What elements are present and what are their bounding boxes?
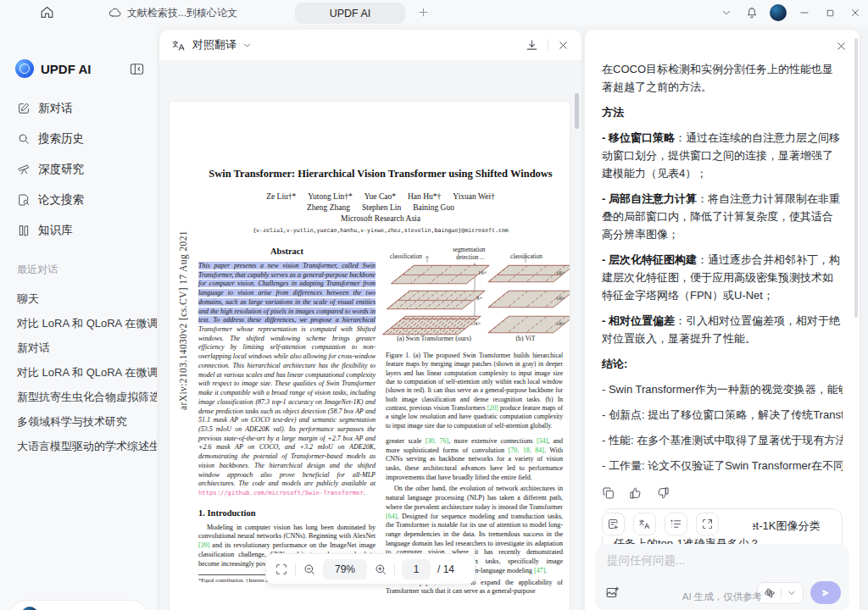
ai-quick-tools bbox=[602, 513, 753, 535]
figure-1: classification segmentation detection ..… bbox=[383, 247, 565, 347]
sidebar-item-paper-search[interactable]: 论文搜索 bbox=[0, 185, 157, 215]
abstract-text: This paper presents a new vision Transfo… bbox=[198, 262, 376, 498]
menu-label: 搜索历史 bbox=[38, 131, 84, 147]
paper-title: Swin Transformer: Hierarchical Vision Tr… bbox=[198, 168, 563, 180]
recent-chat-item[interactable]: 对比 LoRA 和 QLoRA 在微调 Ll... bbox=[0, 360, 157, 385]
new-tab-button[interactable] bbox=[417, 6, 430, 19]
home-icon bbox=[39, 4, 55, 20]
summarize-tool-button[interactable] bbox=[602, 513, 625, 535]
notifications-button[interactable] bbox=[739, 0, 765, 25]
recent-chat-item[interactable]: 聊天 bbox=[0, 286, 157, 311]
figure-caption-b: (b) ViT bbox=[492, 335, 559, 342]
thumbs-down-icon[interactable] bbox=[656, 486, 670, 500]
zoom-in-icon[interactable] bbox=[374, 563, 387, 576]
translate-icon bbox=[171, 38, 186, 53]
scale-label: 8× bbox=[476, 295, 482, 301]
arxiv-sidebar-text: arXiv:2103.14030v2 [cs.CV] 17 Aug 2021 bbox=[178, 185, 192, 456]
scale-label: 16× bbox=[556, 320, 565, 326]
viewer-header: 对照翻译 bbox=[159, 30, 581, 61]
app-menu-chevron[interactable] bbox=[714, 0, 739, 25]
pdf-scrollbar[interactable] bbox=[575, 93, 579, 129]
credits-avatar bbox=[21, 607, 38, 610]
chat-input[interactable] bbox=[607, 554, 837, 567]
close-viewer-icon[interactable] bbox=[557, 39, 570, 52]
paper-emails: {v-zeliu1,v-yutlin,yuecao,hanhu,v-yixwe,… bbox=[198, 227, 563, 234]
ai-method-item: - 局部自注意力计算：将自注意力计算限制在非重叠的局部窗口内，降低了计算复杂度，… bbox=[602, 190, 843, 243]
note-add-icon bbox=[607, 518, 620, 530]
home-button[interactable] bbox=[39, 4, 55, 20]
fit-page-icon[interactable] bbox=[275, 563, 288, 576]
divider bbox=[394, 563, 395, 575]
new-chat-icon bbox=[17, 102, 31, 115]
copy-icon[interactable] bbox=[602, 486, 615, 500]
intro-heading: 1. Introduction bbox=[198, 508, 376, 518]
recent-chat-item[interactable]: 新对话 bbox=[0, 336, 157, 360]
mode-label: 对照翻译 bbox=[192, 37, 236, 53]
thumbs-up-icon[interactable] bbox=[629, 486, 643, 500]
pdf-viewer: 对照翻译 arXiv:2103.14030v2 [cs.CV] 17 Aug 2… bbox=[159, 30, 581, 610]
column2-paragraph: greater scale [30, 76], more extensive c… bbox=[386, 437, 563, 483]
recent-chat-item[interactable]: 新型抗寄生虫化合物虚拟筛选 bbox=[0, 385, 157, 409]
tab-updf-ai[interactable]: UPDF AI bbox=[295, 3, 405, 24]
collapse-sidebar-icon[interactable] bbox=[130, 63, 144, 75]
ai-paragraph: 在COCO目标检测和实例分割任务上的性能也显著超越了之前的方法。 bbox=[602, 60, 843, 96]
ai-conclusion-item: - 性能: 在多个基准测试中取得了显著优于现有方法的结果，例如COCO bbox=[602, 431, 843, 449]
paper-right-column: classification segmentation detection ..… bbox=[386, 247, 563, 596]
mode-chevron-down-icon[interactable] bbox=[242, 40, 253, 51]
scale-label: 16× bbox=[556, 269, 565, 275]
scale-label: 4× bbox=[475, 320, 481, 326]
paper-affiliation: Microsoft Research Asia bbox=[198, 214, 563, 223]
cloud-icon bbox=[108, 6, 122, 19]
ai-method-item: - 相对位置偏差：引入相对位置偏差项，相对于绝对位置嵌入，显著提升了性能。 bbox=[602, 312, 843, 347]
document-tab-label: 文献检索技...到核心论文 bbox=[127, 6, 237, 20]
scale-label: 16× bbox=[556, 295, 565, 301]
translate-tool-button[interactable] bbox=[633, 513, 656, 535]
plus-icon bbox=[417, 6, 430, 19]
menu-label: 新对话 bbox=[38, 101, 73, 116]
close-window-button[interactable] bbox=[843, 0, 868, 25]
pdf-toolbar: 79% 1 / 14 bbox=[265, 553, 476, 585]
sidebar-item-deep-research[interactable]: 深度研究 bbox=[0, 154, 157, 185]
ai-conclusion-item: - 创新点: 提出了移位窗口策略，解决了传统Transformer在视觉任务中 bbox=[602, 406, 843, 424]
page-total: / 14 bbox=[437, 563, 454, 575]
bell-icon bbox=[745, 6, 759, 19]
zoom-out-icon[interactable] bbox=[303, 563, 316, 576]
close-icon bbox=[835, 40, 848, 53]
recent-chat-item[interactable]: 多领域科学与技术研究 bbox=[0, 409, 157, 434]
minimize-button[interactable] bbox=[792, 0, 817, 25]
credits-card[interactable]: 513 bbox=[10, 600, 147, 610]
recent-chat-item[interactable]: 大语言模型驱动的学术综述生成 bbox=[0, 434, 157, 458]
response-actions bbox=[602, 486, 843, 500]
user-avatar[interactable] bbox=[770, 4, 787, 21]
ai-method-item: - 层次化特征图构建：通过逐步合并相邻补丁，构建层次化特征图，便于应用高级密集预… bbox=[602, 251, 843, 304]
zoom-level[interactable]: 79% bbox=[323, 559, 367, 580]
ai-method-item: - 移位窗口策略：通过在连续的自注意力层之间移动窗口划分，提供窗口之间的连接，显… bbox=[602, 129, 843, 182]
chevron-down-icon bbox=[721, 7, 732, 19]
minimize-icon bbox=[798, 7, 810, 19]
scan-extract-icon bbox=[701, 518, 714, 530]
recent-chat-item[interactable]: 对比 LoRA 和 QLoRA 在微调 Ll... bbox=[0, 311, 157, 336]
pdf-page: arXiv:2103.14030v2 [cs.CV] 17 Aug 2021 S… bbox=[170, 102, 570, 610]
list-add-icon bbox=[670, 518, 682, 530]
ai-panel-scrollbar[interactable] bbox=[854, 38, 858, 318]
page-number-input[interactable]: 1 bbox=[402, 559, 431, 580]
extract-tool-button[interactable] bbox=[696, 513, 719, 535]
abstract-heading: Abstract bbox=[198, 247, 376, 256]
maximize-button[interactable] bbox=[817, 0, 843, 25]
outline-tool-button[interactable] bbox=[665, 513, 687, 535]
titlebar: 文献检索技...到核心论文 UPDF AI bbox=[0, 0, 868, 25]
ai-conclusion-item: - 工作量: 论文不仅验证了Swin Transformer在不同任务中的有效性… bbox=[602, 457, 843, 474]
paper-authors-row1: Ze Liu†*Yutong Lin†*Yue Cao*Han Hu*†Yixu… bbox=[198, 191, 563, 202]
ai-response: 在COCO目标检测和实例分割任务上的性能也显著超越了之前的方法。 方法 - 移位… bbox=[602, 60, 843, 576]
maximize-icon bbox=[825, 8, 836, 19]
tab-document[interactable]: 文献检索技...到核心论文 bbox=[108, 0, 237, 25]
close-ai-panel-button[interactable] bbox=[835, 40, 848, 53]
download-icon[interactable] bbox=[525, 38, 539, 53]
translate-icon bbox=[638, 518, 651, 530]
code-link[interactable]: https://github.com/microsoft/Swin-Transf… bbox=[198, 489, 364, 496]
updf-logo-icon bbox=[15, 59, 34, 78]
sidebar-item-knowledge-base[interactable]: 知识库 bbox=[0, 215, 157, 246]
sidebar-item-search-history[interactable]: 搜索历史 bbox=[0, 124, 157, 154]
sidebar-item-new-chat[interactable]: 新对话 bbox=[0, 93, 157, 124]
ai-methods-heading: 方法 bbox=[602, 103, 843, 121]
